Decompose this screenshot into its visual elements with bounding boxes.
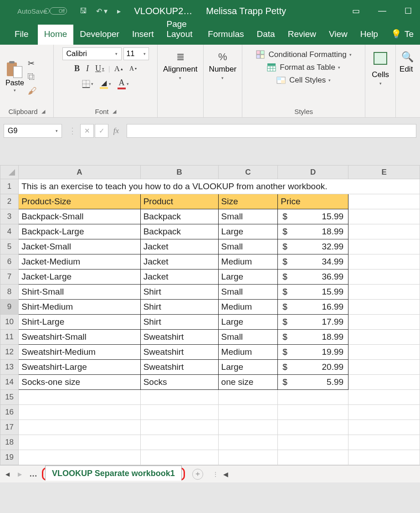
cell[interactable] — [348, 315, 420, 330]
cell[interactable] — [19, 420, 140, 435]
cell[interactable]: $18.99 — [278, 224, 348, 239]
cell[interactable]: Large — [218, 360, 278, 375]
cell[interactable] — [218, 420, 278, 435]
cell[interactable]: Socks-one size — [19, 375, 140, 390]
cell[interactable] — [278, 420, 348, 435]
format-as-table-button[interactable]: Format as Table▾ — [267, 62, 340, 73]
row-header[interactable]: 1 — [0, 179, 19, 194]
cell[interactable] — [218, 450, 278, 465]
cell[interactable] — [278, 390, 348, 405]
cell[interactable] — [348, 450, 420, 465]
cell[interactable] — [218, 435, 278, 450]
row-header[interactable]: 3 — [0, 209, 19, 224]
cell[interactable]: Product — [140, 194, 218, 209]
row-header[interactable]: 5 — [0, 239, 19, 254]
font-color-button[interactable]: A ▾ — [115, 77, 131, 90]
cell[interactable] — [278, 450, 348, 465]
cell[interactable]: Sweatshirt — [140, 345, 218, 360]
cell[interactable] — [140, 420, 218, 435]
cell[interactable]: Small — [218, 209, 278, 224]
cell[interactable]: Price — [278, 194, 348, 209]
cell[interactable]: Backpack — [140, 209, 218, 224]
cell[interactable] — [348, 239, 420, 254]
maximize-icon[interactable]: ☐ — [405, 6, 412, 16]
cell[interactable]: Sweatshirt — [140, 330, 218, 345]
cell[interactable] — [140, 435, 218, 450]
cell[interactable] — [140, 390, 218, 405]
row-header[interactable]: 7 — [0, 269, 19, 285]
cell[interactable] — [140, 450, 218, 465]
tab-file[interactable]: File — [8, 25, 35, 45]
cell[interactable]: Size — [218, 194, 278, 209]
cell[interactable]: Socks — [140, 375, 218, 390]
cell-styles-button[interactable]: Cell Styles▾ — [277, 75, 331, 86]
new-sheet-button[interactable]: ＋ — [192, 469, 203, 480]
cell[interactable]: Shirt-Small — [19, 285, 140, 300]
cell[interactable]: $32.99 — [278, 239, 348, 254]
row-header[interactable]: 16 — [0, 405, 19, 420]
tell-me[interactable]: 💡 Te — [384, 24, 420, 45]
cell[interactable] — [19, 405, 140, 420]
col-header-d[interactable]: D — [278, 166, 348, 179]
cell[interactable]: Backpack-Small — [19, 209, 140, 224]
cell[interactable]: $19.99 — [278, 345, 348, 360]
chevron-down-icon[interactable]: ▾ — [207, 74, 238, 82]
tab-data[interactable]: Data — [251, 25, 282, 45]
cell[interactable]: Jacket — [140, 269, 218, 285]
tab-insert[interactable]: Insert — [126, 25, 160, 45]
row-header[interactable]: 2 — [0, 194, 19, 209]
grow-font-button[interactable]: A▴ — [112, 63, 125, 74]
launcher-icon[interactable]: ◢ — [113, 109, 116, 114]
cell[interactable] — [348, 405, 420, 420]
row-header[interactable]: 6 — [0, 254, 19, 269]
font-name-select[interactable]: Calibri▾ — [62, 47, 122, 60]
autosave-toggle[interactable]: AutoSave Off — [17, 7, 67, 15]
cell[interactable]: Large — [218, 269, 278, 285]
cell[interactable]: This is an exercise to teach you how to … — [19, 179, 420, 194]
cell[interactable] — [348, 345, 420, 360]
scroll-left-icon[interactable]: ◀ — [223, 471, 228, 478]
formula-input[interactable] — [127, 124, 416, 138]
chevron-down-icon[interactable]: ▾ — [161, 74, 200, 82]
cell[interactable] — [348, 300, 420, 315]
cell[interactable]: $15.99 — [278, 209, 348, 224]
tab-formulas[interactable]: Formulas — [201, 25, 250, 45]
cell[interactable]: Shirt-Large — [19, 315, 140, 330]
splitter-icon[interactable]: ⋮ — [212, 471, 219, 478]
cell[interactable] — [278, 405, 348, 420]
cell[interactable] — [19, 435, 140, 450]
cell[interactable]: Small — [218, 239, 278, 254]
cell[interactable]: Shirt-Medium — [19, 300, 140, 315]
cell[interactable]: $17.99 — [278, 315, 348, 330]
col-header-e[interactable]: E — [348, 166, 420, 179]
col-header-b[interactable]: B — [140, 166, 218, 179]
tab-view[interactable]: View — [323, 25, 354, 45]
cell[interactable]: Shirt — [140, 285, 218, 300]
cell[interactable]: Shirt — [140, 315, 218, 330]
cell[interactable] — [218, 390, 278, 405]
cell[interactable]: Shirt — [140, 300, 218, 315]
cell[interactable] — [348, 360, 420, 375]
more-icon[interactable]: ▸ — [117, 7, 121, 16]
cell[interactable]: $18.99 — [278, 330, 348, 345]
fill-color-button[interactable]: ◢ ▾ — [97, 78, 113, 90]
bold-button[interactable]: B — [72, 63, 82, 74]
row-header[interactable]: 9 — [0, 300, 19, 315]
tab-page-layout[interactable]: Page Layout — [160, 15, 201, 45]
cell[interactable]: Sweatshirt-Medium — [19, 345, 140, 360]
row-header[interactable]: 11 — [0, 330, 19, 345]
cell[interactable]: Small — [218, 285, 278, 300]
cell[interactable]: Jacket-Medium — [19, 254, 140, 269]
copy-icon[interactable]: ⿻ — [28, 73, 37, 81]
cell[interactable]: $5.99 — [278, 375, 348, 390]
cell[interactable]: $34.99 — [278, 254, 348, 269]
cell[interactable] — [348, 194, 420, 209]
sheet-tab-active[interactable]: VLOOKUP Separate workbook1 — [45, 466, 182, 481]
cell[interactable] — [348, 435, 420, 450]
row-header[interactable]: 17 — [0, 420, 19, 435]
cell[interactable]: Large — [218, 315, 278, 330]
cell[interactable]: $20.99 — [278, 360, 348, 375]
cell[interactable]: Jacket — [140, 239, 218, 254]
cell[interactable]: Backpack — [140, 224, 218, 239]
sheet-list-icon[interactable]: … — [27, 469, 39, 479]
